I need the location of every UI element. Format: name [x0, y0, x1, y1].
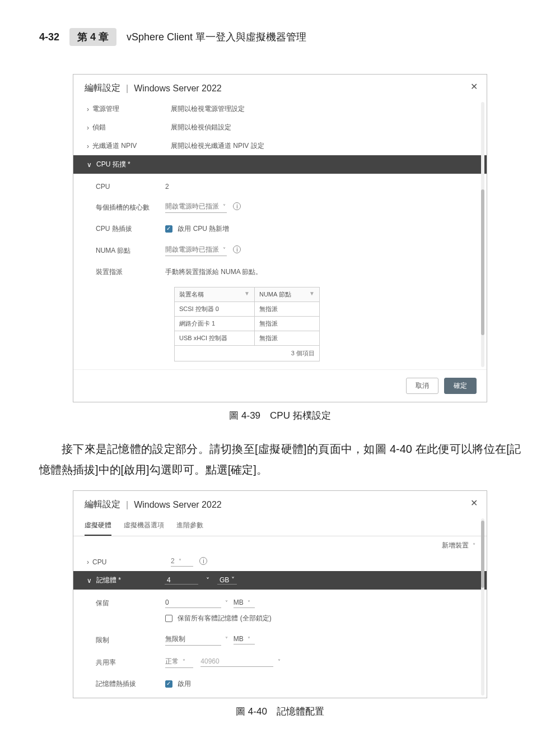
row-value: 無限制 ˅ MB ˅ [165, 634, 473, 646]
row-limit: 限制 無限制 ˅ MB ˅ [73, 629, 487, 651]
row-shares: 共用率 正常 ˅ 40960 ˅ [73, 651, 487, 674]
section-label: 記憶體 * [96, 576, 121, 585]
reservation-unit-dropdown[interactable]: MB ˅ [234, 599, 255, 608]
filter-icon[interactable]: ▼ [309, 290, 315, 296]
memory-hotplug-checkbox[interactable] [165, 680, 172, 688]
page-number: 4-32 [39, 31, 59, 43]
dialog-tabs: 虛擬硬體 虛擬機器選項 進階參數 [73, 516, 487, 536]
figure-caption-4-40: 圖 4-40 記憶體配置 [39, 705, 521, 718]
stepper-icon[interactable]: ˅ [206, 577, 209, 585]
memory-section-bar[interactable]: ∨ 記憶體 * 4 ˅ GB ˅ [73, 571, 487, 590]
col-numa-node[interactable]: NUMA 節點 ▼ [254, 287, 319, 302]
row-label: 限制 [96, 636, 165, 645]
table-row[interactable]: 網路介面卡 1 無指派 [175, 317, 320, 331]
row-value: 0 ˅ MB ˅ [165, 599, 473, 608]
row-numa-node: NUMA 節點 開啟電源時已指派 ˅ i [73, 239, 487, 262]
memory-unit-dropdown[interactable]: GB ˅ [217, 576, 237, 585]
page-header: 4-32 第 4 章 vSphere Client 單一登入與虛擬機器管理 [39, 28, 521, 46]
add-device-dropdown[interactable]: 新增裝置 ˅ [73, 536, 487, 553]
tab-advanced-params[interactable]: 進階參數 [176, 516, 203, 536]
tab-vm-options[interactable]: 虛擬機器選項 [124, 516, 164, 536]
row-label: CPU [92, 558, 171, 566]
info-icon[interactable]: i [233, 245, 241, 253]
chevron-down-icon: ∨ [87, 577, 92, 585]
row-label: 裝置指派 [96, 267, 165, 277]
row-value: 手動將裝置指派給 NUMA 節點。 [165, 267, 473, 277]
dialog-title-prefix: 編輯設定 [85, 499, 120, 511]
limit-input[interactable]: 無限制 [165, 634, 221, 646]
section-label: CPU 拓撲 * [96, 160, 130, 169]
stepper-icon[interactable]: ˅ [278, 658, 281, 665]
ok-button[interactable]: 確定 [444, 378, 477, 394]
cancel-button[interactable]: 取消 [406, 378, 438, 394]
row-label: 偵錯 [92, 123, 171, 132]
tab-virtual-hardware[interactable]: 虛擬硬體 [85, 516, 111, 536]
row-reservation: 保留 0 ˅ MB ˅ [73, 593, 487, 614]
table-row[interactable]: USB xHCI 控制器 無指派 [175, 331, 320, 346]
row-label: 光纖通道 NPIV [92, 141, 171, 151]
body-paragraph: 接下來是記憶體的設定部分。請切換至[虛擬硬體]的頁面中，如圖 4-40 在此便可… [39, 439, 521, 480]
edit-settings-dialog-memory: 編輯設定 | Windows Server 2022 ✕ 虛擬硬體 虛擬機器選項… [73, 490, 487, 698]
dialog-title-prefix: 編輯設定 [85, 82, 120, 94]
row-label: 記憶體熱插拔 [96, 679, 165, 689]
chevron-right-icon: › [87, 124, 89, 132]
row-value: 開啟電源時已指派 ˅ i [165, 245, 473, 256]
row-value: 展開以檢視電源管理設定 [171, 104, 473, 114]
chevron-down-icon: ∨ [87, 161, 92, 169]
row-npiv[interactable]: › 光纖通道 NPIV 展開以檢視光纖通道 NPIV 設定 [73, 137, 487, 155]
row-power-management[interactable]: › 電源管理 展開以檢視電源管理設定 [73, 100, 487, 118]
shares-level-dropdown[interactable]: 正常 ˅ [165, 657, 193, 668]
row-reserve-all: 保留所有客體記憶體 (全部鎖定) [73, 614, 487, 629]
row-cpu: CPU 2 [73, 177, 487, 196]
close-icon[interactable]: ✕ [470, 498, 478, 508]
edit-settings-dialog-cpu: 編輯設定 | Windows Server 2022 ✕ › 電源管理 展開以檢… [73, 74, 487, 402]
dialog-title-subject: Windows Server 2022 [134, 84, 222, 94]
info-icon[interactable]: i [199, 557, 207, 565]
dialog-footer: 取消 確定 [73, 369, 487, 402]
stepper-icon[interactable]: ˅ [225, 600, 228, 606]
reservation-input[interactable]: 0 [165, 599, 221, 608]
row-label: NUMA 節點 [96, 246, 165, 256]
scrollbar-thumb[interactable] [481, 189, 484, 335]
row-label: CPU 熱插拔 [96, 224, 165, 234]
numa-dropdown[interactable]: 開啟電源時已指派 ˅ [165, 245, 227, 256]
row-value: 啟用 [165, 679, 473, 689]
dialog-title: 編輯設定 | Windows Server 2022 [73, 75, 487, 100]
row-label: 保留 [96, 599, 165, 608]
row-memory-hotplug: 記憶體熱插拔 啟用 [73, 674, 487, 694]
chevron-down-icon: ˅ [223, 203, 226, 210]
row-value: 2 ˅ i [171, 557, 473, 567]
row-label: 共用率 [96, 658, 165, 667]
row-device-assignment: 裝置指派 手動將裝置指派給 NUMA 節點。 [73, 262, 487, 282]
shares-value-input[interactable]: 40960 [200, 657, 273, 667]
chevron-down-icon: ˅ [179, 558, 181, 564]
filter-icon[interactable]: ▼ [244, 290, 250, 296]
chevron-right-icon: › [87, 558, 89, 566]
row-value: 啟用 CPU 熱新增 [165, 224, 473, 234]
stepper-icon[interactable]: ˅ [225, 636, 228, 642]
row-value: 開啟電源時已指派 ˅ i [165, 202, 473, 213]
row-label: CPU [96, 183, 165, 191]
row-debug[interactable]: › 偵錯 展開以檢視偵錯設定 [73, 118, 487, 137]
cores-dropdown[interactable]: 開啟電源時已指派 ˅ [165, 202, 227, 213]
col-device-name[interactable]: 裝置名稱 ▼ [175, 287, 255, 302]
chevron-right-icon: › [87, 142, 89, 150]
limit-unit-dropdown[interactable]: MB ˅ [234, 635, 255, 644]
cpu-count-dropdown[interactable]: 2 ˅ [171, 557, 193, 567]
checkbox-label: 啟用 [178, 680, 191, 688]
row-cpu[interactable]: › CPU 2 ˅ i [73, 553, 487, 571]
info-icon[interactable]: i [233, 202, 241, 210]
chevron-down-icon: ˅ [473, 542, 475, 549]
table-footer: 3 個項目 [174, 346, 320, 361]
reserve-all-checkbox[interactable] [165, 615, 172, 622]
table-row[interactable]: SCSI 控制器 0 無指派 [175, 302, 320, 317]
chapter-title: vSphere Client 單一登入與虛擬機器管理 [127, 30, 306, 44]
title-separator: | [126, 84, 128, 94]
figure-caption-4-39: 圖 4-39 CPU 拓樸設定 [39, 409, 521, 422]
cpu-topology-section-bar[interactable]: ∨ CPU 拓撲 * [73, 155, 487, 174]
memory-size-input[interactable]: 4 [165, 576, 198, 585]
scrollbar-thumb[interactable] [481, 521, 484, 588]
cpu-hotplug-checkbox[interactable] [165, 225, 172, 233]
dialog-title: 編輯設定 | Windows Server 2022 [73, 491, 487, 516]
close-icon[interactable]: ✕ [470, 81, 478, 92]
